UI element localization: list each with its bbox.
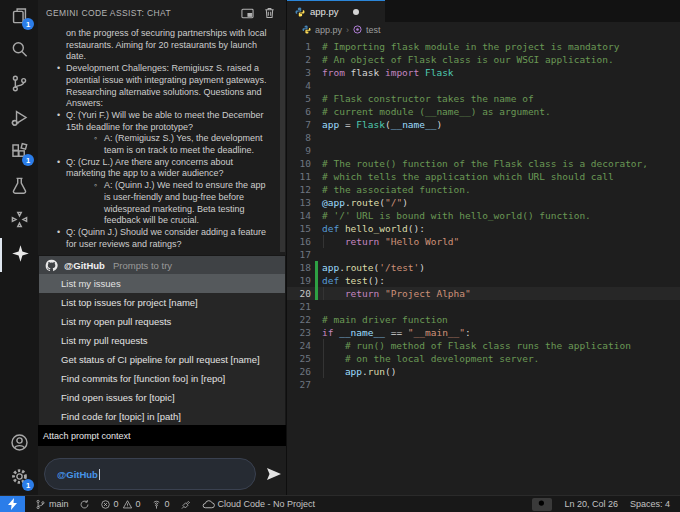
code-text: # Importing flask module in the project … xyxy=(322,40,619,53)
code-text: if __name__ == "__main__": xyxy=(322,326,471,339)
gutter-change-indicator xyxy=(315,352,318,365)
code-text: # main driver function xyxy=(322,313,448,326)
prompt-item[interactable]: Find code for [topic] in [path] xyxy=(39,407,285,426)
settings-button[interactable]: 1 xyxy=(0,461,38,495)
code-line[interactable]: 13@app.route("/") xyxy=(287,196,680,209)
breadcrumb[interactable]: app.py › test xyxy=(287,22,680,38)
gutter-change-indicator xyxy=(315,196,318,209)
cloud-code-status[interactable]: Cloud Code - No Project xyxy=(202,499,316,510)
account-button[interactable] xyxy=(0,427,38,461)
code-line[interactable]: 26 app.run() xyxy=(287,365,680,378)
prompt-item[interactable]: Find open issues for [topic] xyxy=(39,388,285,407)
prompt-item[interactable]: List my open pull requests xyxy=(39,312,285,331)
gutter-change-indicator xyxy=(315,339,318,352)
gutter-change-indicator xyxy=(315,105,318,118)
sidebar-item-extensions[interactable]: 1 xyxy=(0,136,38,170)
gutter-change-indicator xyxy=(315,144,318,157)
branch-indicator[interactable]: main xyxy=(35,499,69,510)
code-line[interactable]: 1# Importing flask module in the project… xyxy=(287,40,680,53)
prompt-item[interactable]: Find commits for [function foo] in [repo… xyxy=(39,369,285,388)
code-line[interactable]: 18app.route('/test') xyxy=(287,261,680,274)
gutter-change-indicator xyxy=(315,118,318,131)
code-line[interactable]: 14# '/' URL is bound with hello_world() … xyxy=(287,209,680,222)
chat-message: •Q: (Yuri F.) Will we be able to meet th… xyxy=(38,110,278,133)
code-line[interactable]: 19def test(): xyxy=(287,274,680,287)
code-line[interactable]: 27 xyxy=(287,378,680,391)
code-area[interactable]: 1# Importing flask module in the project… xyxy=(287,40,680,495)
source-control-icon xyxy=(10,74,29,97)
plug-indicator[interactable] xyxy=(180,499,192,510)
branch-icon xyxy=(35,499,46,510)
line-number: 24 xyxy=(287,339,311,352)
code-line[interactable]: 15def hello_world(): xyxy=(287,222,680,235)
line-number: 25 xyxy=(287,352,311,365)
tab-app-py[interactable]: app.py xyxy=(287,0,385,22)
line-number: 15 xyxy=(287,222,311,235)
gutter-change-indicator xyxy=(315,92,318,105)
zoom-button[interactable] xyxy=(532,498,552,511)
prompt-item[interactable]: Get status of CI pipeline for pull reque… xyxy=(39,350,285,369)
code-text: # the associated function. xyxy=(322,183,471,196)
unsaved-changes-dot[interactable] xyxy=(353,9,359,15)
code-line[interactable]: 21 xyxy=(287,300,680,313)
sidebar-item-testing[interactable] xyxy=(0,170,38,204)
sync-button[interactable] xyxy=(79,499,90,510)
code-line[interactable]: 12# the associated function. xyxy=(287,183,680,196)
sidebar-item-explorer[interactable]: 1 xyxy=(0,0,38,34)
gutter-change-indicator xyxy=(315,183,318,196)
code-text: def test(): xyxy=(322,274,385,287)
code-line[interactable]: 20 return "Project Alpha" xyxy=(287,287,680,300)
prompt-item[interactable]: List my pull requests xyxy=(39,331,285,350)
line-number: 7 xyxy=(287,118,311,131)
gemini-chat-panel: GEMINI CODE ASSIST: CHAT on the progress… xyxy=(38,0,287,495)
search-icon xyxy=(10,40,29,63)
cloud-icon xyxy=(202,499,215,510)
problems-indicator[interactable]: 0 0 xyxy=(100,499,141,510)
chat-message: •Q: (Cruz L.) Are there any concerns abo… xyxy=(38,157,278,180)
chat-input[interactable]: @GitHub xyxy=(44,458,256,490)
line-number: 22 xyxy=(287,313,311,326)
remote-indicator[interactable] xyxy=(0,496,25,512)
code-line[interactable]: 6# current module (__name__) as argument… xyxy=(287,105,680,118)
code-line[interactable]: 2# An object of Flask class is our WSGI … xyxy=(287,53,680,66)
code-text: # The route() function of the Flask clas… xyxy=(322,157,648,170)
sidebar-item-source-control[interactable] xyxy=(0,68,38,102)
chat-scrollbar[interactable] xyxy=(280,30,285,252)
sidebar-item-run-debug[interactable] xyxy=(0,102,38,136)
sidebar-item-cloud-code[interactable] xyxy=(0,204,38,238)
prompt-item[interactable]: List my issues xyxy=(39,274,285,293)
open-in-editor-button[interactable] xyxy=(238,5,256,21)
code-line[interactable]: 10# The route() function of the Flask cl… xyxy=(287,157,680,170)
code-line[interactable]: 8 xyxy=(287,131,680,144)
code-line[interactable]: 25 # on the local development server. xyxy=(287,352,680,365)
clear-chat-button[interactable] xyxy=(260,5,278,21)
code-line[interactable]: 7app = Flask(__name__) xyxy=(287,118,680,131)
gutter-change-indicator xyxy=(315,222,318,235)
send-button[interactable] xyxy=(262,462,286,486)
code-line[interactable]: 3from flask import Flask xyxy=(287,66,680,79)
line-number: 9 xyxy=(287,144,311,157)
breadcrumb-file[interactable]: app.py xyxy=(315,25,342,35)
code-line[interactable]: 24 # run() method of Flask class runs th… xyxy=(287,339,680,352)
indentation-setting[interactable]: Spaces: 4 xyxy=(630,499,670,509)
broadcast-indicator[interactable]: 0 xyxy=(151,499,170,510)
code-line[interactable]: 22# main driver function xyxy=(287,313,680,326)
code-line[interactable]: 4 xyxy=(287,79,680,92)
gutter-change-indicator xyxy=(315,235,318,248)
sidebar-item-gemini-code-assist[interactable] xyxy=(0,238,38,272)
line-number: 5 xyxy=(287,92,311,105)
sidebar-item-search[interactable] xyxy=(0,34,38,68)
code-line[interactable]: 11# which tells the application which UR… xyxy=(287,170,680,183)
breadcrumb-symbol[interactable]: test xyxy=(366,25,381,35)
code-line[interactable]: 5# Flask constructor takes the name of xyxy=(287,92,680,105)
code-line[interactable]: 17 xyxy=(287,248,680,261)
code-line[interactable]: 23if __name__ == "__main__": xyxy=(287,326,680,339)
code-line[interactable]: 16 return "Hello World" xyxy=(287,235,680,248)
prompt-item[interactable]: List top issues for project [name] xyxy=(39,293,285,312)
chat-panel-title: GEMINI CODE ASSIST: CHAT xyxy=(46,8,234,18)
line-number: 6 xyxy=(287,105,311,118)
cursor-position[interactable]: Ln 20, Col 26 xyxy=(564,499,618,509)
code-line[interactable]: 9 xyxy=(287,144,680,157)
line-number: 26 xyxy=(287,365,311,378)
attach-prompt-context-button[interactable]: Attach prompt context xyxy=(38,425,286,446)
